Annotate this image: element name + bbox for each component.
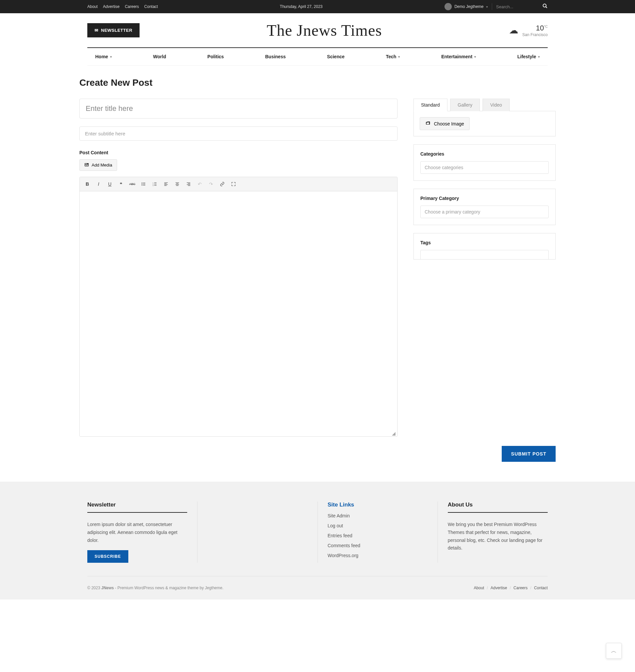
search-icon[interactable] <box>542 3 548 10</box>
tags-title: Tags <box>420 240 549 245</box>
svg-rect-22 <box>176 185 179 186</box>
link-button[interactable] <box>217 179 227 189</box>
choose-image-button[interactable]: Choose Image <box>420 117 469 130</box>
fullscreen-button[interactable] <box>228 179 238 189</box>
ordered-list-button[interactable]: 123 <box>150 179 160 189</box>
tab-gallery[interactable]: Gallery <box>450 99 480 111</box>
align-right-button[interactable] <box>183 179 194 189</box>
svg-rect-13 <box>154 184 156 184</box>
weather-location: San Francisco <box>522 33 548 37</box>
topbar-link-about[interactable]: About <box>87 4 97 9</box>
align-center-button[interactable] <box>172 179 182 189</box>
envelope-icon: ✉ <box>94 28 98 33</box>
topbar-links: About Advertise Careers Contact <box>87 4 158 9</box>
svg-rect-16 <box>165 183 167 184</box>
footer-about: About Us We bring you the best Premium W… <box>438 502 548 563</box>
footer-bottom-link[interactable]: Advertise <box>490 586 507 590</box>
topbar-link-contact[interactable]: Contact <box>144 4 158 9</box>
footer-link[interactable]: WordPress.org <box>328 553 358 558</box>
editor-body[interactable]: ◢ <box>80 191 397 436</box>
site-logo[interactable]: The Jnews Times <box>267 21 382 39</box>
svg-point-3 <box>141 183 142 183</box>
choose-image-label: Choose Image <box>434 121 464 126</box>
footer-bottom-link[interactable]: About <box>474 586 484 590</box>
weather-widget: ☁ 10°C San Francisco <box>509 24 548 37</box>
svg-rect-25 <box>187 184 191 185</box>
theme-link[interactable]: Jegtheme <box>205 586 222 590</box>
chevron-down-icon: ▾ <box>538 55 540 59</box>
user-menu[interactable]: Demo Jegtheme ▾ <box>444 3 488 10</box>
nav-item-science[interactable]: Science <box>319 48 353 65</box>
footer-copyright: © 2023 JNews - Premium WordPress news & … <box>87 586 224 590</box>
primary-category-title: Primary Category <box>420 196 549 201</box>
nav-item-politics[interactable]: Politics <box>199 48 232 65</box>
underline-button[interactable]: U <box>105 179 115 189</box>
post-subtitle-input[interactable] <box>79 126 397 141</box>
weather-temp: 10°C <box>536 24 548 32</box>
svg-rect-24 <box>188 183 190 184</box>
footer-empty <box>197 502 318 563</box>
blockquote-button[interactable]: ❝ <box>116 179 126 189</box>
chevron-down-icon: ▾ <box>474 55 476 59</box>
topbar: About Advertise Careers Contact Thursday… <box>0 0 635 13</box>
add-media-label: Add Media <box>92 163 112 168</box>
nav-item-world[interactable]: World <box>145 48 174 65</box>
svg-rect-26 <box>188 185 190 186</box>
footer-about-text: We bring you the best Premium WordPress … <box>448 521 548 552</box>
nav-item-lifestyle[interactable]: Lifestyle▾ <box>509 48 548 65</box>
nav-item-tech[interactable]: Tech▾ <box>378 48 408 65</box>
post-title-input[interactable] <box>79 99 397 119</box>
folder-open-icon <box>425 121 431 126</box>
italic-button[interactable]: I <box>94 179 104 189</box>
rich-text-editor: B I U ❝ ABC 123 <box>79 177 397 437</box>
footer-about-title: About Us <box>448 502 548 513</box>
editor-toolbar: B I U ❝ ABC 123 <box>80 177 397 191</box>
tags-input[interactable] <box>420 250 549 259</box>
nav-item-entertainment[interactable]: Entertainment▾ <box>433 48 484 65</box>
subscribe-button[interactable]: SUBSCRIBE <box>87 550 128 563</box>
footer-link[interactable]: Site Admin <box>328 513 350 519</box>
footer: Newsletter Lorem ipsum dolor sit amet, c… <box>0 482 635 600</box>
primary-category-panel: Primary Category <box>413 189 556 225</box>
footer-bottom-links: About/Advertise/Careers/Contact <box>474 586 548 590</box>
svg-rect-14 <box>154 185 156 186</box>
submit-post-button[interactable]: SUBMIT POST <box>502 446 556 462</box>
user-name: Demo Jegtheme <box>455 4 483 9</box>
footer-link[interactable]: Log out <box>328 523 343 528</box>
bullet-list-button[interactable] <box>138 179 149 189</box>
footer-newsletter-title: Newsletter <box>87 502 187 513</box>
categories-panel: Categories <box>413 144 556 181</box>
chevron-down-icon: ▾ <box>398 55 400 59</box>
nav-item-home[interactable]: Home▾ <box>87 48 120 65</box>
post-content-label: Post Content <box>79 150 397 155</box>
search-input[interactable] <box>496 4 542 9</box>
chevron-down-icon: ▾ <box>110 55 112 59</box>
align-left-button[interactable] <box>161 179 171 189</box>
footer-bottom-link[interactable]: Careers <box>513 586 528 590</box>
add-media-button[interactable]: Add Media <box>79 159 117 171</box>
svg-rect-20 <box>176 183 179 184</box>
resize-handle[interactable]: ◢ <box>392 431 396 435</box>
categories-input[interactable] <box>420 161 549 174</box>
strikethrough-button[interactable]: ABC <box>127 179 137 189</box>
nav-item-business[interactable]: Business <box>257 48 294 65</box>
format-tabs: Standard Gallery Video <box>413 99 556 111</box>
svg-point-4 <box>141 184 142 184</box>
svg-rect-6 <box>143 183 145 183</box>
tab-standard[interactable]: Standard <box>413 99 447 111</box>
topbar-link-careers[interactable]: Careers <box>125 4 139 9</box>
redo-button[interactable]: ↷ <box>206 179 216 189</box>
newsletter-button[interactable]: ✉ NEWSLETTER <box>87 23 139 37</box>
undo-button[interactable]: ↶ <box>195 179 205 189</box>
media-icon <box>84 162 89 168</box>
page-title: Create New Post <box>79 78 556 88</box>
primary-category-input[interactable] <box>420 206 549 218</box>
svg-rect-18 <box>165 185 167 186</box>
tab-video[interactable]: Video <box>483 99 510 111</box>
topbar-date: Thursday, April 27, 2023 <box>158 4 444 9</box>
topbar-link-advertise[interactable]: Advertise <box>103 4 119 9</box>
footer-link[interactable]: Entries feed <box>328 533 353 538</box>
footer-link[interactable]: Comments feed <box>328 543 360 548</box>
bold-button[interactable]: B <box>82 179 92 189</box>
footer-bottom-link[interactable]: Contact <box>534 586 548 590</box>
